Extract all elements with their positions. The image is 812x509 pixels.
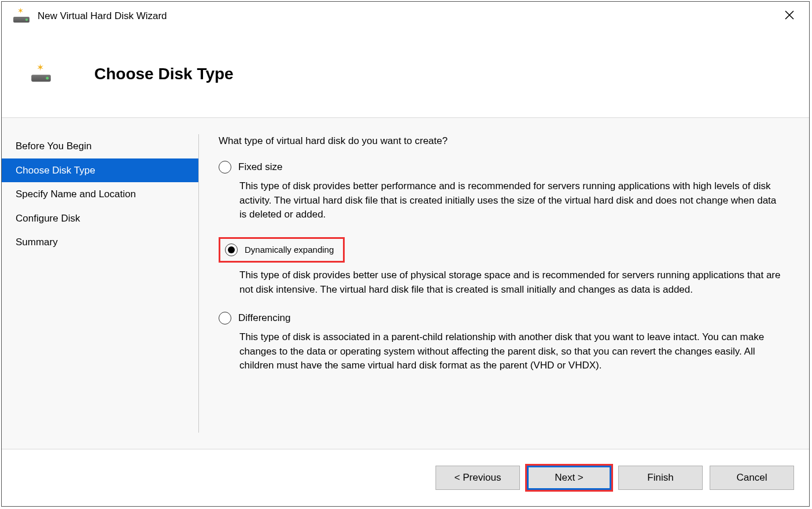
step-configure-disk[interactable]: Configure Disk: [2, 206, 198, 231]
option-label: Dynamically expanding: [245, 245, 334, 254]
page-title: Choose Disk Type: [94, 65, 234, 83]
finish-button[interactable]: Finish: [618, 466, 703, 490]
wizard-header: Choose Disk Type: [2, 31, 809, 117]
wizard-body: Before You Begin Choose Disk Type Specif…: [2, 117, 809, 449]
wizard-window: New Virtual Hard Disk Wizard Choose Disk…: [1, 1, 810, 507]
option-label: Differencing: [238, 312, 290, 324]
wizard-main: What type of virtual hard disk do you wa…: [199, 118, 809, 449]
radio-differencing[interactable]: [219, 312, 231, 324]
disk-icon: [31, 67, 51, 82]
wizard-footer: < Previous Next > Finish Cancel: [2, 449, 809, 506]
cancel-button[interactable]: Cancel: [710, 466, 794, 490]
step-before-you-begin[interactable]: Before You Begin: [2, 134, 198, 158]
option-fixed-size[interactable]: Fixed size: [219, 161, 788, 174]
radio-dynamically-expanding[interactable]: [225, 244, 238, 256]
titlebar: New Virtual Hard Disk Wizard: [2, 2, 809, 31]
option-differencing[interactable]: Differencing: [219, 312, 788, 324]
option-desc-differencing: This type of disk is associated in a par…: [239, 330, 783, 373]
window-title: New Virtual Hard Disk Wizard: [38, 10, 778, 22]
highlighted-option: Dynamically expanding: [219, 237, 345, 263]
next-button[interactable]: Next >: [527, 466, 611, 490]
disk-icon: [13, 10, 29, 23]
close-icon: [784, 10, 795, 20]
previous-button[interactable]: < Previous: [435, 466, 520, 490]
step-choose-disk-type[interactable]: Choose Disk Type: [2, 158, 198, 183]
wizard-steps: Before You Begin Choose Disk Type Specif…: [2, 118, 198, 449]
step-specify-name-location[interactable]: Specify Name and Location: [2, 182, 198, 206]
prompt-text: What type of virtual hard disk do you wa…: [219, 135, 788, 147]
option-desc-dynamically-expanding: This type of disk provides better use of…: [239, 268, 783, 297]
close-button[interactable]: [778, 10, 801, 23]
option-label: Fixed size: [238, 161, 283, 173]
radio-fixed-size[interactable]: [219, 161, 231, 174]
step-summary[interactable]: Summary: [2, 230, 198, 254]
option-desc-fixed-size: This type of disk provides better perfor…: [239, 179, 783, 222]
